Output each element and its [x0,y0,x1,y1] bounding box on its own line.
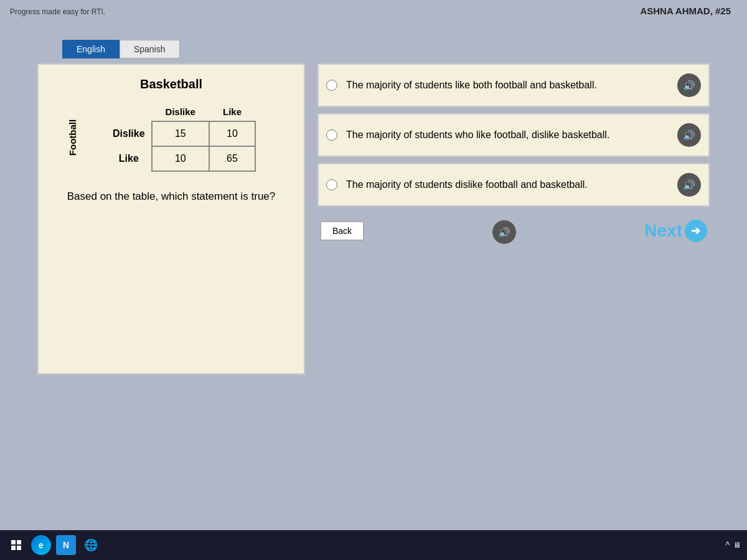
taskbar-notepad-icon[interactable]: N [56,535,76,555]
progress-label: Progress made easy for RTI. [10,7,105,16]
answer-text-1: The majority of students like both footb… [346,78,669,92]
edge-label: e [39,540,44,550]
cell-dislike-dislike: 15 [152,121,209,146]
user-info: ASHNA AHMAD, #25 [640,6,737,16]
question-text: Based on the table, which statement is t… [67,189,276,204]
next-button[interactable]: Next ➔ [644,220,707,242]
extra-icon-label: 🌐 [84,538,98,552]
svg-rect-1 [17,540,21,544]
top-bar: Progress made easy for RTI. ASHNA AHMAD,… [0,0,747,21]
table-row-like: Like 10 65 [99,146,255,171]
notepad-label: N [63,540,69,550]
cell-like-like: 65 [209,146,255,171]
answer-option-2[interactable]: The majority of students who like footba… [317,113,710,157]
data-table: Dislike Like Dislike 15 10 Like 10 65 [99,103,256,172]
answer-text-3: The majority of students dislike footbal… [346,178,669,192]
spanish-tab[interactable]: Spanish [120,40,180,58]
question-sound-button[interactable]: 🔊 [492,220,516,244]
answer-option-1[interactable]: The majority of students like both footb… [317,63,710,107]
right-panel: The majority of students like both footb… [317,63,710,375]
svg-rect-3 [17,546,21,550]
sound-btn-3[interactable]: 🔊 [677,173,701,197]
cell-dislike-like: 10 [209,121,255,146]
sound-btn-1[interactable]: 🔊 [677,73,701,97]
english-tab[interactable]: English [62,40,120,58]
main-content: Basketball Football Dislike Like Dislike… [37,63,710,375]
empty-corner [99,103,152,121]
back-button[interactable]: Back [320,221,364,241]
table-wrapper: Football Dislike Like Dislike 15 10 [87,103,256,172]
svg-rect-0 [11,540,16,544]
col-header-like: Like [209,103,255,121]
next-label: Next [644,221,682,241]
taskbar-edge-icon[interactable]: e [31,535,51,555]
next-arrow-icon: ➔ [685,220,707,242]
sound-icon-2: 🔊 [683,129,695,141]
system-tray: ^ 🖥 [725,540,741,550]
left-panel: Basketball Football Dislike Like Dislike… [37,63,305,375]
sound-btn-2[interactable]: 🔊 [677,123,701,147]
sound-icon-1: 🔊 [683,80,695,91]
row-header-dislike: Dislike [99,121,152,146]
answer-option-3[interactable]: The majority of students dislike footbal… [317,163,710,207]
sound-icon-3: 🔊 [683,179,695,191]
language-tabs: English Spanish [62,40,747,58]
table-title: Basketball [140,77,202,91]
answer-radio-3[interactable] [326,179,337,190]
question-sound-icon: 🔊 [498,226,510,238]
taskbar-start-icon[interactable] [6,535,26,555]
col-header-dislike: Dislike [152,103,209,121]
answer-text-2: The majority of students who like footba… [346,128,669,142]
bottom-controls: Back 🔊 Next ➔ [317,218,710,244]
chevron-up-icon[interactable]: ^ [725,540,730,550]
row-header-like: Like [99,146,152,171]
svg-rect-2 [11,546,16,550]
cell-like-dislike: 10 [152,146,209,171]
tray-icons: 🖥 [733,541,741,549]
football-label: Football [67,119,78,155]
table-row-dislike: Dislike 15 10 [99,121,255,146]
taskbar-extra-icon[interactable]: 🌐 [81,535,101,555]
answer-radio-1[interactable] [326,80,337,91]
taskbar: e N 🌐 ^ 🖥 [0,530,747,560]
answer-radio-2[interactable] [326,129,337,141]
